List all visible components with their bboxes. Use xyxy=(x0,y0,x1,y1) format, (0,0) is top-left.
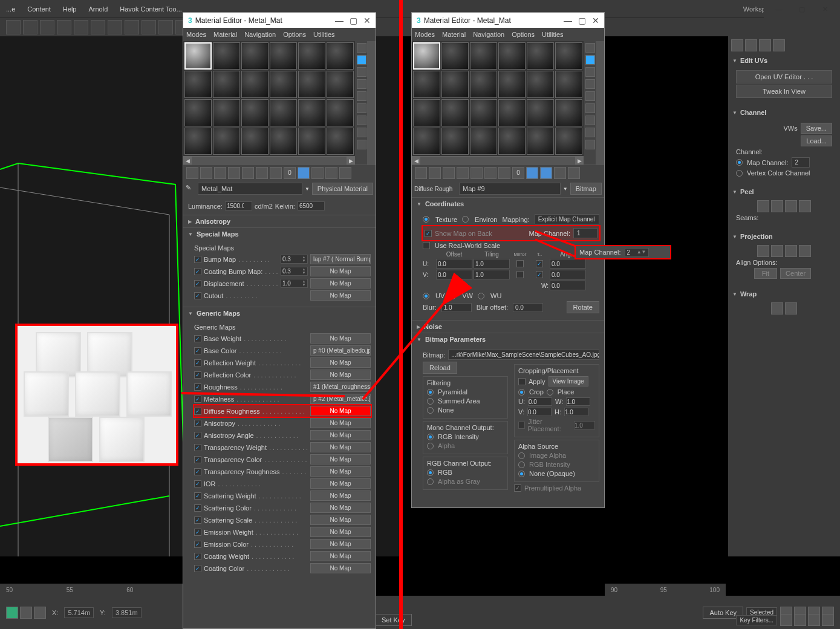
tool-icon[interactable] xyxy=(339,167,351,179)
maximize-icon[interactable]: ▢ xyxy=(350,16,357,25)
map-checkbox[interactable] xyxy=(194,529,201,536)
bitmap-path[interactable]: ...rk\ForMike\Max_SampleScene\SampleCube… xyxy=(448,350,599,360)
map-checkbox[interactable] xyxy=(194,444,201,451)
sample-slot[interactable] xyxy=(213,128,240,155)
side-btn[interactable] xyxy=(585,67,595,77)
side-btn[interactable] xyxy=(585,116,595,125)
close-button[interactable]: ✕ xyxy=(816,3,834,15)
map-checkbox[interactable] xyxy=(194,371,201,379)
luminance-value[interactable] xyxy=(226,202,245,210)
map-checkbox[interactable] xyxy=(194,268,201,275)
menu-options[interactable]: Options xyxy=(512,31,535,38)
map-button[interactable]: No Map xyxy=(310,430,371,440)
v-angle[interactable] xyxy=(550,270,585,279)
proj-planar-icon[interactable] xyxy=(757,245,769,257)
tool-icon[interactable] xyxy=(74,20,88,34)
mapping-dropdown[interactable]: Explicit Map Channel xyxy=(535,214,599,224)
proj-sphere-icon[interactable] xyxy=(785,245,797,257)
sample-slot[interactable] xyxy=(470,71,497,98)
tool-icon[interactable]: 0 xyxy=(512,167,524,179)
dropdown-icon[interactable]: ▼ xyxy=(563,186,568,192)
load-button[interactable]: Load... xyxy=(801,135,832,146)
v-tiling[interactable] xyxy=(474,270,509,279)
scroll-left-icon[interactable]: ◀ xyxy=(412,157,420,165)
sample-slot[interactable] xyxy=(498,42,526,70)
map-checkbox[interactable] xyxy=(194,420,201,427)
side-btn[interactable] xyxy=(585,140,595,149)
tool-icon[interactable]: 0 xyxy=(284,167,296,179)
wu-radio[interactable] xyxy=(478,293,484,299)
u-mirror-check[interactable] xyxy=(516,260,524,267)
v-offset[interactable] xyxy=(437,270,472,279)
tool-icon[interactable] xyxy=(498,167,510,179)
vw-radio[interactable] xyxy=(449,293,456,299)
map-button[interactable]: #1 (Metal_roughness. xyxy=(310,382,371,392)
tool-icon[interactable] xyxy=(568,167,580,179)
map-checkbox[interactable] xyxy=(194,553,201,560)
sample-slot[interactable] xyxy=(498,128,526,155)
map-button[interactable]: No Map xyxy=(310,278,371,288)
map-checkbox[interactable] xyxy=(194,347,201,354)
sample-slot[interactable] xyxy=(555,99,582,126)
crop-v[interactable] xyxy=(528,409,551,416)
nav-icon[interactable] xyxy=(822,614,834,626)
tool-icon[interactable] xyxy=(415,167,427,179)
crop-w[interactable] xyxy=(567,399,590,405)
rollout-anisotropy[interactable]: Anisotropy xyxy=(183,215,376,227)
y-coord[interactable]: 3.851m xyxy=(112,607,142,618)
sample-slot[interactable] xyxy=(184,99,212,126)
u-tile-check[interactable] xyxy=(536,260,543,267)
map-channel-radio[interactable] xyxy=(736,159,743,166)
sample-slot[interactable] xyxy=(527,71,554,98)
summed-radio[interactable] xyxy=(427,398,434,405)
scroll-right-icon[interactable]: ▶ xyxy=(575,157,584,165)
menu-utilities[interactable]: Utilities xyxy=(542,31,563,38)
tweak-in-view-button[interactable]: Tweak In View xyxy=(736,85,832,98)
timeline[interactable]: 90 95 100 xyxy=(605,584,726,596)
center-button[interactable]: Center xyxy=(780,268,811,279)
save-button[interactable]: Save... xyxy=(801,123,832,134)
rollout-special-maps[interactable]: Special Maps xyxy=(183,227,376,240)
map-checkbox[interactable] xyxy=(194,292,201,299)
sample-slot[interactable] xyxy=(241,71,269,98)
sample-slot[interactable] xyxy=(527,42,554,70)
dialog-titlebar[interactable]: 3 Material Editor - Metal_Mat — ▢ ✕ xyxy=(183,13,376,28)
tool-icon[interactable] xyxy=(242,167,254,179)
proj-box-icon[interactable] xyxy=(799,245,811,257)
map-button[interactable]: No Map xyxy=(310,466,371,477)
menu-modes[interactable]: Modes xyxy=(415,31,435,38)
sample-slot[interactable] xyxy=(270,71,297,98)
sample-slot[interactable] xyxy=(213,71,240,98)
side-btn[interactable] xyxy=(357,91,366,101)
close-icon[interactable]: ✕ xyxy=(592,16,599,25)
map-checkbox[interactable] xyxy=(194,492,201,500)
apply-check[interactable] xyxy=(518,378,526,385)
rollout-channel[interactable]: Channel xyxy=(731,106,837,119)
open-uv-editor-button[interactable]: Open UV Editor . . . xyxy=(736,70,832,83)
close-icon[interactable]: ✕ xyxy=(363,16,371,25)
sample-slot[interactable] xyxy=(527,128,554,155)
u-offset[interactable] xyxy=(437,259,472,268)
rollout-bitmap-params[interactable]: Bitmap Parameters xyxy=(412,333,604,345)
sample-slot[interactable] xyxy=(555,42,582,70)
map-checkbox[interactable] xyxy=(194,359,201,367)
sample-slot[interactable] xyxy=(327,71,354,98)
map-button[interactable]: No Map xyxy=(310,357,371,368)
rollout-edit-uvs[interactable]: Edit UVs xyxy=(731,54,837,67)
map-button[interactable]: No Map xyxy=(310,442,371,452)
map-button[interactable]: No Map xyxy=(310,370,371,380)
pick-icon[interactable] xyxy=(186,167,198,179)
uv-radio[interactable] xyxy=(423,293,429,299)
tool-icon[interactable] xyxy=(325,167,337,179)
w-angle[interactable] xyxy=(550,281,585,290)
sample-slot[interactable] xyxy=(441,128,469,155)
sample-slot[interactable] xyxy=(213,99,240,126)
none-radio[interactable] xyxy=(427,407,434,414)
crop-u[interactable] xyxy=(529,399,552,405)
tool-icon[interactable] xyxy=(311,167,324,179)
timeline[interactable]: 50 55 60 65 xyxy=(0,584,200,596)
side-btn[interactable] xyxy=(585,43,595,53)
kelvin-value[interactable] xyxy=(298,202,317,210)
sample-slot-active[interactable] xyxy=(413,42,440,70)
sample-slot[interactable] xyxy=(527,99,554,126)
